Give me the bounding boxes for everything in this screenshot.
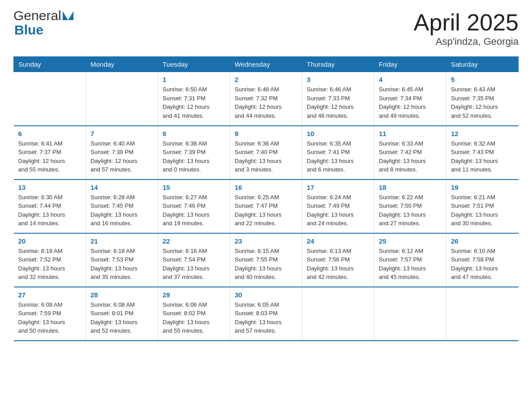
calendar-cell: 19Sunrise: 6:21 AM Sunset: 7:51 PM Dayli… [446, 180, 519, 233]
day-number: 13 [18, 184, 82, 191]
calendar-cell [302, 287, 374, 341]
calendar-week-row: 6Sunrise: 6:41 AM Sunset: 7:37 PM Daylig… [14, 126, 519, 180]
day-info: Sunrise: 6:09 AM Sunset: 7:59 PM Dayligh… [18, 300, 82, 335]
day-info: Sunrise: 6:48 AM Sunset: 7:32 PM Dayligh… [235, 85, 297, 120]
calendar-cell [86, 72, 158, 126]
calendar-cell: 29Sunrise: 6:06 AM Sunset: 8:02 PM Dayli… [158, 287, 230, 341]
day-number: 15 [163, 184, 225, 191]
calendar-cell: 4Sunrise: 6:45 AM Sunset: 7:34 PM Daylig… [374, 72, 446, 126]
day-number: 22 [163, 237, 225, 245]
calendar-cell: 3Sunrise: 6:46 AM Sunset: 7:33 PM Daylig… [302, 72, 374, 126]
calendar-cell: 18Sunrise: 6:22 AM Sunset: 7:50 PM Dayli… [374, 180, 446, 233]
day-info: Sunrise: 6:24 AM Sunset: 7:49 PM Dayligh… [307, 193, 369, 228]
day-number: 4 [379, 76, 442, 83]
day-number: 18 [379, 184, 442, 191]
day-number: 6 [18, 130, 82, 137]
day-number: 16 [235, 184, 297, 191]
day-number: 3 [307, 76, 369, 83]
day-number: 11 [379, 130, 442, 137]
day-header-friday: Friday [374, 57, 446, 72]
day-number: 24 [307, 237, 369, 245]
day-number: 2 [235, 76, 297, 83]
day-info: Sunrise: 6:05 AM Sunset: 8:03 PM Dayligh… [235, 300, 297, 335]
day-number: 17 [307, 184, 369, 191]
logo: General Blue [13, 9, 73, 37]
day-info: Sunrise: 6:35 AM Sunset: 7:41 PM Dayligh… [307, 139, 369, 174]
day-info: Sunrise: 6:28 AM Sunset: 7:45 PM Dayligh… [90, 193, 153, 228]
calendar-cell [14, 72, 86, 126]
day-number: 14 [90, 184, 153, 191]
calendar-cell: 7Sunrise: 6:40 AM Sunset: 7:38 PM Daylig… [86, 126, 158, 180]
day-info: Sunrise: 6:40 AM Sunset: 7:38 PM Dayligh… [90, 139, 153, 174]
day-info: Sunrise: 6:10 AM Sunset: 7:58 PM Dayligh… [451, 247, 514, 282]
day-number: 19 [451, 184, 514, 191]
day-header-thursday: Thursday [302, 57, 374, 72]
day-header-tuesday: Tuesday [158, 57, 230, 72]
calendar-cell [374, 287, 446, 341]
calendar-cell: 25Sunrise: 6:12 AM Sunset: 7:57 PM Dayli… [374, 233, 446, 287]
calendar-cell: 8Sunrise: 6:38 AM Sunset: 7:39 PM Daylig… [158, 126, 230, 180]
day-info: Sunrise: 6:06 AM Sunset: 8:02 PM Dayligh… [163, 300, 225, 335]
day-number: 9 [235, 130, 297, 137]
calendar-cell: 27Sunrise: 6:09 AM Sunset: 7:59 PM Dayli… [14, 287, 86, 341]
day-header-saturday: Saturday [446, 57, 519, 72]
calendar-week-row: 27Sunrise: 6:09 AM Sunset: 7:59 PM Dayli… [14, 287, 519, 341]
page-header: General Blue April 2025 Asp'indza, Georg… [13, 9, 519, 47]
calendar-cell: 26Sunrise: 6:10 AM Sunset: 7:58 PM Dayli… [446, 233, 519, 287]
calendar-cell: 21Sunrise: 6:18 AM Sunset: 7:53 PM Dayli… [86, 233, 158, 287]
day-info: Sunrise: 6:38 AM Sunset: 7:39 PM Dayligh… [163, 139, 225, 174]
day-info: Sunrise: 6:13 AM Sunset: 7:56 PM Dayligh… [307, 247, 369, 282]
day-number: 5 [451, 76, 514, 83]
calendar-cell: 24Sunrise: 6:13 AM Sunset: 7:56 PM Dayli… [302, 233, 374, 287]
page-title: April 2025 [414, 9, 519, 36]
day-info: Sunrise: 6:08 AM Sunset: 8:01 PM Dayligh… [90, 300, 153, 335]
calendar-cell: 22Sunrise: 6:16 AM Sunset: 7:54 PM Dayli… [158, 233, 230, 287]
title-area: April 2025 Asp'indza, Georgia [414, 9, 519, 47]
day-info: Sunrise: 6:33 AM Sunset: 7:42 PM Dayligh… [379, 139, 442, 174]
day-info: Sunrise: 6:12 AM Sunset: 7:57 PM Dayligh… [379, 247, 442, 282]
day-number: 26 [451, 237, 514, 245]
calendar-week-row: 1Sunrise: 6:50 AM Sunset: 7:31 PM Daylig… [14, 72, 519, 126]
day-number: 8 [163, 130, 225, 137]
day-info: Sunrise: 6:16 AM Sunset: 7:54 PM Dayligh… [163, 247, 225, 282]
day-header-wednesday: Wednesday [230, 57, 302, 72]
calendar-cell: 10Sunrise: 6:35 AM Sunset: 7:41 PM Dayli… [302, 126, 374, 180]
calendar-cell: 14Sunrise: 6:28 AM Sunset: 7:45 PM Dayli… [86, 180, 158, 233]
day-number: 12 [451, 130, 514, 137]
day-info: Sunrise: 6:18 AM Sunset: 7:53 PM Dayligh… [90, 247, 153, 282]
day-info: Sunrise: 6:46 AM Sunset: 7:33 PM Dayligh… [307, 85, 369, 120]
calendar-cell: 11Sunrise: 6:33 AM Sunset: 7:42 PM Dayli… [374, 126, 446, 180]
day-info: Sunrise: 6:22 AM Sunset: 7:50 PM Dayligh… [379, 193, 442, 228]
day-info: Sunrise: 6:36 AM Sunset: 7:40 PM Dayligh… [235, 139, 297, 174]
calendar-cell: 5Sunrise: 6:43 AM Sunset: 7:35 PM Daylig… [446, 72, 519, 126]
day-header-sunday: Sunday [14, 57, 86, 72]
day-info: Sunrise: 6:43 AM Sunset: 7:35 PM Dayligh… [451, 85, 514, 120]
calendar-cell: 2Sunrise: 6:48 AM Sunset: 7:32 PM Daylig… [230, 72, 302, 126]
day-header-monday: Monday [86, 57, 158, 72]
logo-general-text: General [13, 9, 61, 22]
day-info: Sunrise: 6:21 AM Sunset: 7:51 PM Dayligh… [451, 193, 514, 228]
calendar-header-row: SundayMondayTuesdayWednesdayThursdayFrid… [14, 57, 519, 72]
day-number: 20 [18, 237, 82, 245]
day-number: 21 [90, 237, 153, 245]
calendar-cell: 30Sunrise: 6:05 AM Sunset: 8:03 PM Dayli… [230, 287, 302, 341]
calendar-cell: 17Sunrise: 6:24 AM Sunset: 7:49 PM Dayli… [302, 180, 374, 233]
day-info: Sunrise: 6:30 AM Sunset: 7:44 PM Dayligh… [18, 193, 82, 228]
day-info: Sunrise: 6:32 AM Sunset: 7:43 PM Dayligh… [451, 139, 514, 174]
calendar-cell: 1Sunrise: 6:50 AM Sunset: 7:31 PM Daylig… [158, 72, 230, 126]
day-number: 27 [18, 291, 82, 299]
calendar-cell: 15Sunrise: 6:27 AM Sunset: 7:46 PM Dayli… [158, 180, 230, 233]
calendar-week-row: 13Sunrise: 6:30 AM Sunset: 7:44 PM Dayli… [14, 180, 519, 233]
calendar-cell: 28Sunrise: 6:08 AM Sunset: 8:01 PM Dayli… [86, 287, 158, 341]
day-number: 7 [90, 130, 153, 137]
calendar-table: SundayMondayTuesdayWednesdayThursdayFrid… [13, 56, 519, 341]
day-number: 25 [379, 237, 442, 245]
calendar-cell: 16Sunrise: 6:25 AM Sunset: 7:47 PM Dayli… [230, 180, 302, 233]
day-info: Sunrise: 6:41 AM Sunset: 7:37 PM Dayligh… [18, 139, 82, 174]
day-number: 28 [90, 291, 153, 299]
day-info: Sunrise: 6:25 AM Sunset: 7:47 PM Dayligh… [235, 193, 297, 228]
day-number: 30 [235, 291, 297, 299]
calendar-cell: 6Sunrise: 6:41 AM Sunset: 7:37 PM Daylig… [14, 126, 86, 180]
logo-blue-text: Blue [14, 22, 73, 37]
day-number: 23 [235, 237, 297, 245]
